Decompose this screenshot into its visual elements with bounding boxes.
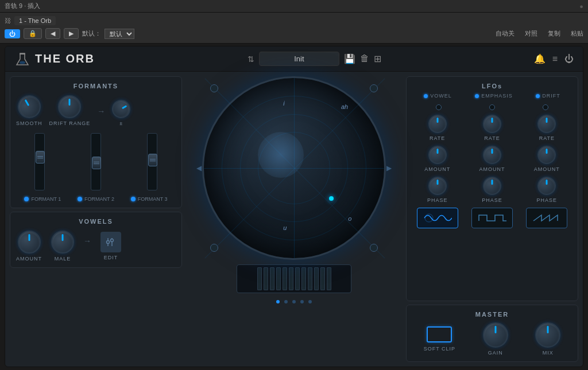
orb-corner-tr[interactable]	[370, 84, 378, 92]
lfo-vowel-header: VOWEL	[424, 93, 452, 99]
orb-nav-dots	[276, 300, 312, 303]
orb-right-arrow[interactable]: ▶	[386, 164, 392, 172]
preset-nav-arrows[interactable]: ⇅	[247, 54, 254, 64]
emphasis-phase-knob[interactable]	[483, 177, 501, 195]
emphasis-lfo-power[interactable]	[475, 94, 479, 98]
orb-container: i ah u o ◀ ▶	[202, 76, 386, 260]
orb-left-arrow[interactable]: ◀	[196, 164, 202, 172]
preset-area: ⇅ Init 💾 🗑 ⊞	[95, 52, 534, 66]
formants-panel: FORMANTS SMOOTH DRIFT RANGE → ±	[10, 76, 182, 208]
plugin-header: THE ORB ⇅ Init 💾 🗑 ⊞ 🔔 ≡ ⏻	[5, 46, 583, 72]
formants-knobs-row: SMOOTH DRIFT RANGE → ±	[16, 95, 176, 126]
orb-corner-tl[interactable]	[210, 84, 218, 92]
vowel-phase-knob[interactable]	[428, 177, 447, 195]
plugin-content: FORMANTS SMOOTH DRIFT RANGE → ±	[5, 72, 583, 367]
bell-icon[interactable]: 🔔	[534, 53, 546, 64]
lfo-phase-row: PHASE PHASE PHASE	[412, 177, 572, 203]
master-mix-knob[interactable]	[535, 322, 560, 348]
vowel-rate-container: RATE	[412, 115, 462, 141]
svg-point-2	[20, 61, 25, 64]
vowel-amount-lfo-knob[interactable]	[428, 146, 447, 164]
formant2-power[interactable]	[78, 197, 82, 201]
svg-point-3	[107, 241, 110, 244]
svg-rect-1	[20, 53, 25, 54]
orb-body[interactable]: i ah u o	[202, 76, 386, 260]
daw-bottom-row: ⏻ 🔒 ◀ ▶ 默认： 默认 自动关 对照 复制 粘贴	[5, 27, 583, 41]
power-button[interactable]: ⏻	[5, 29, 20, 38]
orb-nav-dot-3[interactable]	[292, 300, 296, 303]
orb-active-dot[interactable]	[329, 196, 334, 201]
vowel-male-knob[interactable]	[51, 231, 74, 254]
orb-nav-dot-2[interactable]	[284, 300, 288, 303]
orb-vowel-o: o	[348, 215, 351, 222]
sawtooth-wave-button[interactable]	[526, 208, 567, 228]
daw-controls-bar: ⛓ 1 - The Orb ⏻ 🔒 ◀ ▶ 默认： 默认 自动关 对照 复制 粘…	[0, 13, 588, 44]
center-panel: i ah u o ◀ ▶	[187, 76, 401, 362]
delete-icon[interactable]: 🗑	[360, 53, 369, 64]
formant1-slider-container	[34, 133, 45, 190]
vowel-amount-knob[interactable]	[18, 231, 41, 254]
lfo-rate-row: RATE RATE RATE	[412, 115, 572, 141]
master-gain-knob[interactable]	[483, 322, 508, 348]
preset-name[interactable]: Init	[259, 52, 339, 66]
orb-grille	[237, 264, 351, 293]
formant2-slider[interactable]	[91, 133, 101, 190]
plugin-window: THE ORB ⇅ Init 💾 🗑 ⊞ 🔔 ≡ ⏻ FORMANTS	[5, 46, 583, 367]
lfos-title: LFOs	[412, 83, 572, 89]
formant1-label[interactable]: FORMANT 1	[24, 196, 61, 202]
formant3-slider-container	[147, 133, 157, 190]
drift-rate-knob[interactable]	[537, 115, 556, 133]
vowel-lfo-power[interactable]	[424, 94, 428, 98]
formant2-label[interactable]: FORMANT 2	[78, 196, 114, 202]
svg-point-6	[111, 239, 114, 242]
formant1-power[interactable]	[24, 197, 29, 201]
drift-amount-knob[interactable]	[537, 146, 556, 164]
vowel-edit-label: EDIT	[104, 255, 118, 260]
orb-corner-br[interactable]	[370, 244, 378, 252]
next-button[interactable]: ▶	[64, 28, 79, 39]
prev-button[interactable]: ◀	[45, 28, 60, 39]
lfos-col-headers: VOWEL EMPHASIS DRIFT	[412, 93, 572, 99]
plusminus-knob[interactable]	[109, 96, 134, 122]
preset-label: 默认：	[82, 29, 101, 38]
daw-top-row: ⛓ 1 - The Orb	[5, 15, 583, 27]
power-button-header[interactable]: ⏻	[564, 54, 574, 64]
drift-sync-dot[interactable]	[543, 104, 548, 110]
plusminus-knob-container: ±	[112, 100, 130, 126]
save-icon[interactable]: 💾	[344, 53, 355, 64]
vowels-arrow: →	[83, 236, 91, 246]
formant3-label[interactable]: FORMANT 3	[131, 196, 168, 202]
emphasis-amount-knob[interactable]	[483, 146, 501, 164]
emphasis-rate-knob[interactable]	[483, 115, 501, 133]
formant3-power[interactable]	[131, 197, 136, 201]
grid-icon[interactable]: ⊞	[374, 53, 381, 64]
drift-range-knob[interactable]	[58, 95, 81, 118]
emphasis-sync-dot[interactable]	[489, 104, 495, 110]
vowel-sync-dot[interactable]	[436, 104, 442, 110]
grille-bar-1	[257, 267, 262, 290]
lock-button[interactable]: 🔒	[24, 28, 42, 39]
soft-clip-indicator[interactable]	[427, 326, 452, 342]
formant3-slider[interactable]	[147, 133, 157, 190]
paste-label: 粘贴	[571, 29, 583, 38]
orb-nav-dot-1[interactable]	[276, 300, 280, 303]
square-wave-button[interactable]	[471, 208, 513, 228]
track-selector[interactable]: 1 - The Orb	[14, 16, 56, 25]
plusminus-label: ±	[119, 120, 123, 126]
preset-select[interactable]: 默认	[105, 29, 134, 39]
vowel-male-container: MALE	[51, 231, 74, 262]
orb-corner-bl[interactable]	[210, 244, 218, 252]
soft-clip-button[interactable]: SOFT CLIP	[424, 326, 455, 352]
sine-wave-button[interactable]	[417, 208, 458, 228]
orb-nav-dot-5[interactable]	[308, 300, 312, 303]
formant1-slider[interactable]	[34, 133, 45, 190]
drift-lfo-power[interactable]	[536, 94, 540, 98]
vowel-rate-knob[interactable]	[428, 115, 447, 133]
vowel-edit-button[interactable]	[100, 232, 121, 252]
menu-icon[interactable]: ≡	[552, 54, 558, 64]
smooth-knob[interactable]	[13, 91, 45, 123]
orb-nav-dot-4[interactable]	[300, 300, 304, 303]
orb-vowel-u: u	[283, 224, 287, 231]
lfo-sync-row	[412, 104, 572, 110]
drift-phase-knob[interactable]	[537, 177, 556, 195]
